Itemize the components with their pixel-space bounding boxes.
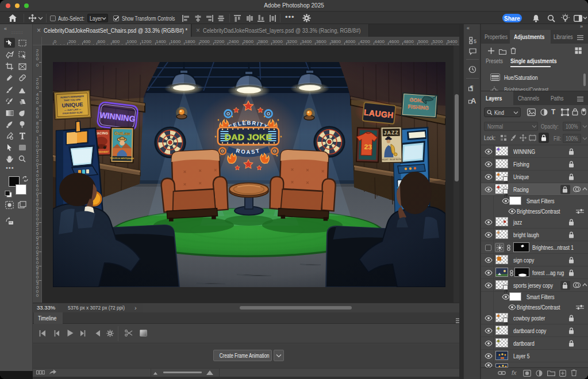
svg-text:5: 5: [474, 38, 476, 44]
